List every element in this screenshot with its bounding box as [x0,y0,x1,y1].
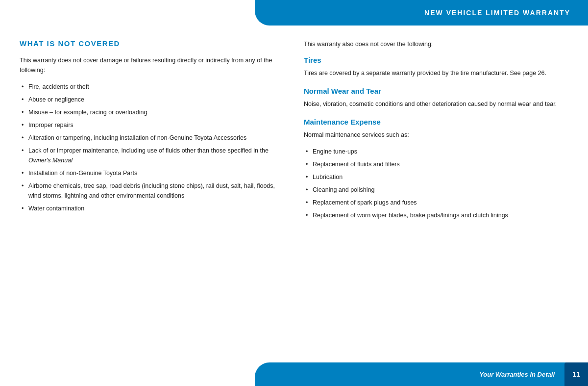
owners-manual-italic: Owner's Manual [28,157,73,164]
right-intro-text: This warranty also does not cover the fo… [304,39,568,49]
list-item: Abuse or negligence [20,95,284,104]
footer-page-number: 11 [564,362,588,386]
footer-text: Your Warranties in Detail [479,371,564,378]
maintenance-body: Normal maintenance services such as: [304,130,568,140]
footer-bar: Your Warranties in Detail 11 [255,362,588,386]
header-title: New Vehicle Limited Warranty [424,9,570,17]
normal-wear-heading: Normal Wear and Tear [304,87,568,95]
list-item: Engine tune-ups [304,147,568,156]
list-item: Installation of non-Genuine Toyota Parts [20,168,284,178]
list-item: Replacement of fluids and filters [304,159,568,169]
section-heading: WHAT IS NOT COVERED [20,39,284,48]
list-item: Water contamination [20,204,284,213]
normal-wear-body: Noise, vibration, cosmetic conditions an… [304,99,568,109]
tires-heading: Tires [304,56,568,64]
left-bullet-list: Fire, accidents or theft Abuse or neglig… [20,82,284,213]
list-item: Improper repairs [20,120,284,130]
list-item: Cleaning and polishing [304,185,568,195]
list-item: Lubrication [304,172,568,182]
left-intro-text: This warranty does not cover damage or f… [20,55,284,75]
header-bar: New Vehicle Limited Warranty [255,0,588,26]
maintenance-heading: Maintenance Expense [304,118,568,126]
list-item: Fire, accidents or theft [20,82,284,92]
left-column: WHAT IS NOT COVERED This warranty does n… [20,34,284,362]
page-content: WHAT IS NOT COVERED This warranty does n… [0,34,588,362]
list-item: Misuse – for example, racing or overload… [20,107,284,117]
maintenance-bullet-list: Engine tune-ups Replacement of fluids an… [304,147,568,220]
list-item: Replacement of worn wiper blades, brake … [304,210,568,220]
list-item: Replacement of spark plugs and fuses [304,198,568,207]
tires-body: Tires are covered by a separate warranty… [304,68,568,78]
list-item: Lack of or improper maintenance, includi… [20,146,284,165]
list-item: Airborne chemicals, tree sap, road debri… [20,181,284,201]
list-item: Alteration or tampering, including insta… [20,133,284,143]
right-column: This warranty also does not cover the fo… [304,34,568,362]
